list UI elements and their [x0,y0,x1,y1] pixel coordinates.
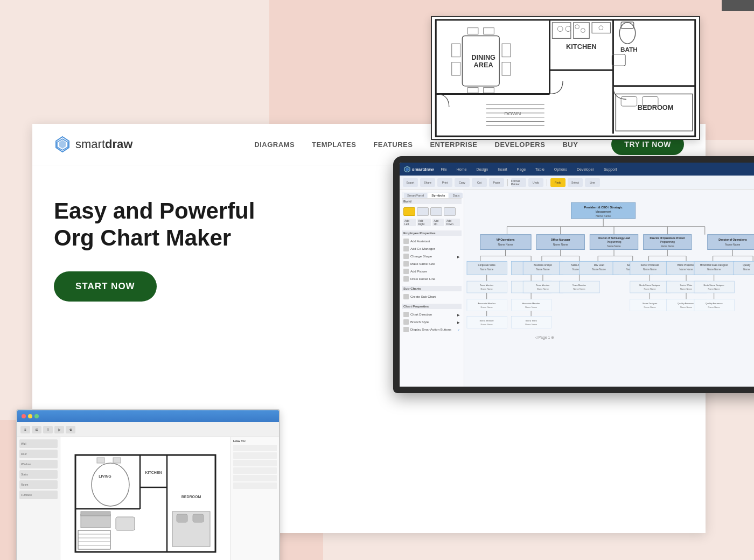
fp-sidebar-item-6[interactable]: Furniture [19,491,58,499]
ls-tb-select[interactable]: Redo [550,178,566,187]
svg-text:Name: Name [743,268,750,271]
fp-toolbar-btn-4[interactable]: ▷ [54,426,64,433]
svg-text:Director of Operations: Director of Operations [718,239,747,241]
ls-make-same-size-icon [403,261,409,267]
svg-text:Sierra Member: Sierra Member [480,319,494,322]
svg-text:Director of Operations Product: Director of Operations Product [650,237,686,240]
ls-add-right[interactable]: Add Right [417,219,431,226]
ls-canvas[interactable]: President & CEO / Strategic Management N… [464,190,754,387]
ls-btn-make-same-size[interactable]: Make Same Size [402,260,462,268]
svg-text:BATH: BATH [620,46,638,53]
svg-text:Name Name: Name Name [680,268,694,271]
ls-add-up[interactable]: Add Up [432,219,444,226]
ls-build-btn-3[interactable] [430,207,442,216]
fp-sidebar-item-4[interactable]: Stairs [19,470,58,479]
fp-body: Wall Door Window Stairs Room Furniture [17,437,279,560]
nav-templates[interactable]: TEMPLATES [312,141,356,149]
ls-section-subcharts: Sub-Charts Create Sub-Chart [402,286,462,300]
ls-tab-data[interactable]: Data [449,193,463,198]
svg-text:Name Name: Name Name [680,288,693,290]
ls-nav-developer[interactable]: Developer [574,167,597,171]
svg-text:Sierra Designer: Sierra Designer [643,302,658,305]
ls-build-btn-2[interactable] [417,207,429,216]
ls-section-chartprops-title: Chart Properties [402,304,462,309]
ls-tab-symbols[interactable]: Symbols [428,193,448,198]
fp-right-item-1 [233,445,277,451]
ls-tb-paste[interactable]: Paste [489,178,504,187]
logo-light: smart [75,137,105,151]
ls-btn-chart-direction[interactable]: Chart Direction ▶ [402,311,462,318]
ls-tb-cut[interactable]: Cut [472,178,487,187]
svg-text:Name Name: Name Name [481,306,493,309]
ls-tb-copy[interactable]: Copy [455,178,470,187]
ls-nav-design[interactable]: Design [473,167,491,171]
ls-left-panel: SmartPanel Symbols Data Build [400,190,464,387]
nav-features[interactable]: FEATURES [373,141,413,149]
fp-toolbar-btn-5[interactable]: ⊕ [66,426,75,433]
ls-add-left[interactable]: Add Left [403,219,416,226]
svg-text:Name Name: Name Name [643,268,657,271]
svg-text:Name Name: Name Name [708,306,721,309]
ls-tb-share[interactable]: Share [420,178,435,187]
fp-toolbar-btn-3[interactable]: T [43,426,53,433]
svg-rect-54 [193,514,204,522]
bg-dark-corner [722,0,754,11]
ls-logo: smartdraw [404,166,434,172]
svg-text:Corporate Sales: Corporate Sales [478,264,496,267]
fp-toolbar-btn-1[interactable]: ≡ [20,426,30,433]
fp-sidebar-item-2[interactable]: Door [19,450,58,458]
ls-tb-redo[interactable]: Undo [528,178,543,187]
ls-nav-file[interactable]: File [438,167,449,171]
logo-text: smartdraw [75,137,132,151]
ls-btn-create-subchart[interactable]: Create Sub-Chart [402,293,462,300]
laptop-screen: smartdraw File Home Design Insert Page T… [400,163,754,387]
ls-nav-table[interactable]: Table [533,167,547,171]
svg-text:Name Name: Name Name [481,288,493,290]
fp-close-dot [22,414,26,418]
ls-section-build-title: Build [402,199,462,204]
svg-text:North Sierra Designer: North Sierra Designer [639,284,660,286]
fp-sidebar-item-1[interactable]: Wall [19,439,58,448]
start-now-button[interactable]: START NOW [54,271,157,302]
svg-text:Name Name: Name Name [525,306,537,309]
ls-btn-add-assistant[interactable]: Add Assistant [402,237,462,245]
hero-title-line2: Org Chart Maker [54,225,231,250]
ls-btn-draw-dotted[interactable]: Draw Dotted Line [402,275,462,283]
fp-sidebar-item-5[interactable]: Room [19,480,58,489]
ls-btn-add-comanager[interactable]: Add Co-Manager [402,245,462,253]
nav-enterprise[interactable]: ENTERPRISE [430,141,477,149]
ls-tb-export[interactable]: Export [403,178,418,187]
ls-tab-smartpanel[interactable]: SmartPanel [404,193,427,198]
ls-btn-display-smartaction[interactable]: Display SmartAction Buttons ✓ [402,326,462,333]
svg-text:Senior Processor: Senior Processor [640,264,659,267]
ls-nav-page[interactable]: Page [514,167,528,171]
nav-diagrams[interactable]: DIAGRAMS [254,141,295,149]
svg-text:Director of Technology Lead: Director of Technology Lead [598,237,630,240]
ls-nav-home[interactable]: Home [454,167,470,171]
ls-add-down[interactable]: Add Down [445,219,460,226]
ls-tb-shape[interactable]: Line [585,178,600,187]
nav-developers[interactable]: DEVELOPERS [495,141,546,149]
svg-text:BEDROOM: BEDROOM [638,103,674,111]
ls-btn-branch-style[interactable]: Branch Style ▶ [402,318,462,326]
nav-buy[interactable]: BUY [562,141,578,149]
svg-text:KITCHEN: KITCHEN [145,471,162,474]
svg-text:Senior Writer: Senior Writer [680,284,693,286]
svg-text:Quality Assurance: Quality Assurance [678,302,695,305]
ls-tb-line[interactable]: Select [568,178,583,187]
ls-body: SmartPanel Symbols Data Build [400,190,754,387]
fp-toolbar: ≡ ⊞ T ▷ ⊕ [17,422,279,437]
ls-tb-undo[interactable]: Format Painter [511,178,526,187]
ls-btn-change-shape[interactable]: Change Shape ▶ [402,253,462,260]
ls-build-btn-1[interactable] [403,207,415,216]
fp-sidebar-item-3[interactable]: Window [19,460,58,468]
ls-toolbar: Export Share Print Copy Cut Paste Format… [400,176,754,190]
fp-toolbar-btn-2[interactable]: ⊞ [32,426,41,433]
ls-add-assistant-icon [403,239,409,244]
ls-nav-options[interactable]: Options [551,167,570,171]
ls-btn-add-picture[interactable]: Add Picture [402,268,462,275]
ls-build-btn-4[interactable] [444,207,456,216]
ls-tb-print[interactable]: Print [437,178,452,187]
ls-nav-insert[interactable]: Insert [495,167,510,171]
ls-nav-support[interactable]: Support [601,167,620,171]
